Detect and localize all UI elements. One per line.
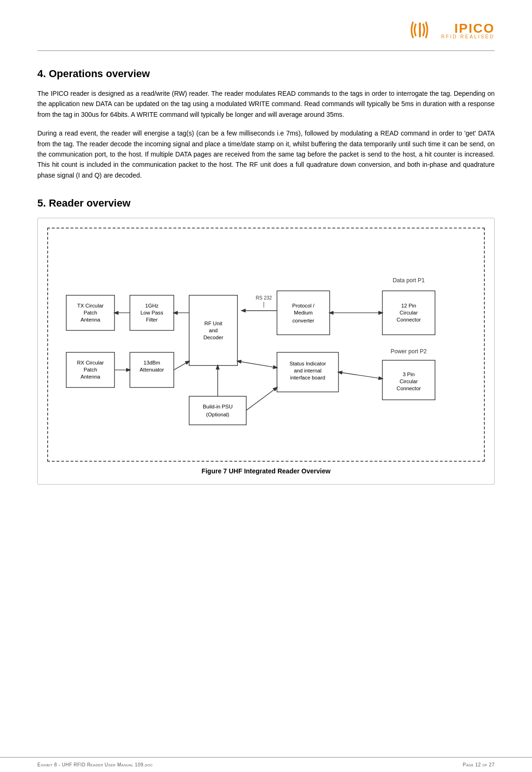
- svg-text:13dBm: 13dBm: [143, 360, 160, 365]
- section4-para2: During a read event, the reader will ene…: [37, 128, 495, 180]
- svg-text:Antenna: Antenna: [81, 374, 101, 380]
- svg-text:Protocol /: Protocol /: [292, 303, 315, 308]
- svg-text:Circular: Circular: [400, 379, 418, 384]
- footer-left: Exhibit 8 - UHF RFID Reader User Manual …: [37, 762, 153, 767]
- svg-rect-0: [419, 22, 421, 37]
- svg-text:interface board: interface board: [290, 375, 325, 380]
- svg-text:Circular: Circular: [400, 310, 418, 315]
- header-divider: [37, 50, 495, 51]
- svg-text:Patch: Patch: [84, 310, 97, 315]
- logo-icon: [409, 19, 437, 41]
- svg-line-50: [339, 372, 383, 379]
- section5-heading: 5. Reader overview: [37, 197, 495, 209]
- svg-text:3 Pin: 3 Pin: [403, 372, 415, 377]
- svg-line-47: [174, 361, 189, 370]
- svg-text:and internal: and internal: [294, 368, 321, 373]
- svg-text:Decoder: Decoder: [203, 335, 223, 340]
- svg-text:Data port P1: Data port P1: [393, 277, 425, 284]
- footer-right: Page 12 of 27: [463, 762, 495, 767]
- logo-block: IPICO RFID REALISED: [441, 21, 495, 39]
- svg-text:Connector: Connector: [397, 386, 421, 391]
- header: IPICO RFID REALISED: [37, 19, 495, 41]
- svg-text:Patch: Patch: [84, 367, 97, 372]
- svg-text:converter: converter: [292, 318, 314, 323]
- section4-heading: 4. Operations overview: [37, 68, 495, 80]
- svg-text:RS 232: RS 232: [256, 295, 272, 300]
- section4: 4. Operations overview The IPICO reader …: [37, 68, 495, 180]
- svg-text:12 Pin: 12 Pin: [401, 303, 416, 308]
- svg-rect-29: [189, 396, 246, 425]
- diagram-svg: TX Circular Patch Antenna RX Circular Pa…: [57, 243, 475, 446]
- svg-text:Medium: Medium: [294, 310, 312, 315]
- svg-text:TX Circular: TX Circular: [77, 303, 104, 308]
- svg-line-48: [237, 361, 277, 368]
- figure-caption: Figure 7 UHF Integrated Reader Overview: [47, 467, 485, 475]
- svg-text:Status Indicator: Status Indicator: [290, 361, 326, 366]
- diagram-outer: TX Circular Patch Antenna RX Circular Pa…: [37, 218, 495, 484]
- footer: Exhibit 8 - UHF RFID Reader User Manual …: [0, 757, 532, 772]
- logo-container: IPICO RFID REALISED: [409, 19, 495, 41]
- svg-text:RF Unit: RF Unit: [205, 321, 223, 326]
- svg-text:Build-in PSU: Build-in PSU: [203, 404, 233, 409]
- svg-text:Connector: Connector: [397, 317, 421, 322]
- svg-line-52: [246, 387, 277, 410]
- section4-para1: The IPICO reader is designed as a read/w…: [37, 88, 495, 120]
- logo-sub: RFID REALISED: [441, 34, 495, 39]
- svg-text:1GHz: 1GHz: [145, 303, 159, 308]
- svg-text:and: and: [209, 328, 218, 333]
- svg-text:(Optional): (Optional): [206, 412, 229, 417]
- svg-text:Attenuator: Attenuator: [140, 367, 164, 372]
- svg-text:Low Pass: Low Pass: [141, 310, 163, 315]
- svg-text:RX Circular: RX Circular: [77, 360, 104, 365]
- svg-text:Antenna: Antenna: [81, 317, 101, 322]
- svg-text:Filter: Filter: [146, 317, 158, 322]
- svg-text:Power port P2: Power port P2: [390, 348, 427, 355]
- section5: 5. Reader overview TX Circular Patch Ant…: [37, 197, 495, 484]
- page: IPICO RFID REALISED 4. Operations overvi…: [0, 0, 532, 772]
- diagram-inner: TX Circular Patch Antenna RX Circular Pa…: [47, 228, 485, 461]
